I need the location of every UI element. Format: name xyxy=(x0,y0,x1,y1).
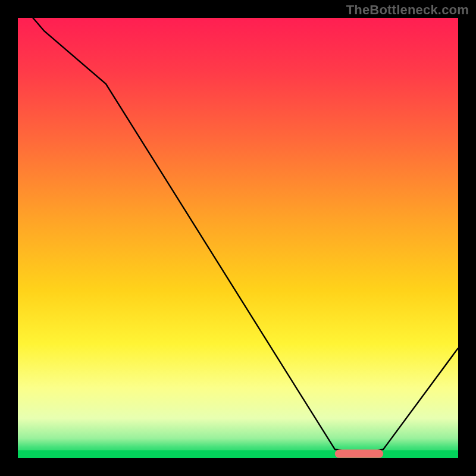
plot-area xyxy=(18,18,458,458)
watermark-text: TheBottleneck.com xyxy=(346,2,469,18)
optimal-zone-band xyxy=(18,450,458,458)
plot-svg xyxy=(18,18,458,458)
gradient-background xyxy=(18,18,458,458)
chart-frame: TheBottleneck.com xyxy=(0,0,476,476)
optimum-marker xyxy=(335,450,383,458)
